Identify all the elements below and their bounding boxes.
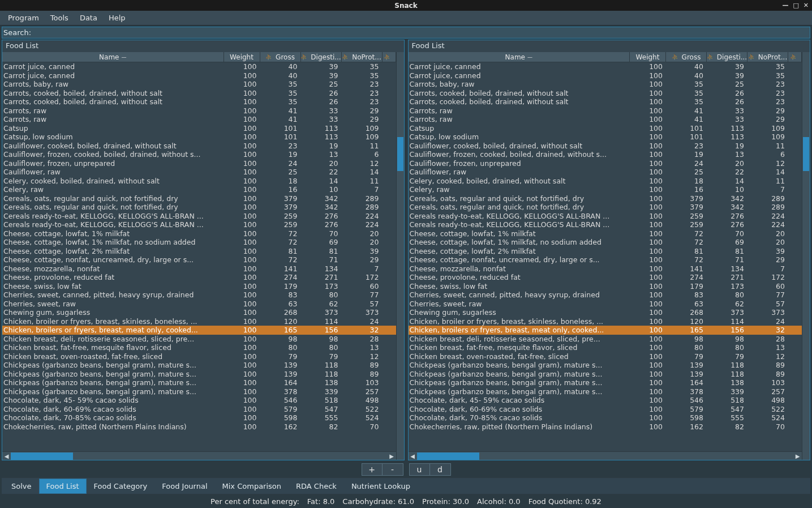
menu-help[interactable]: Help <box>104 12 130 24</box>
table-row[interactable]: Cheese, cottage, lowfat, 1% milkfat, no … <box>2 238 396 247</box>
vertical-scrollbar[interactable] <box>396 52 404 460</box>
table-row[interactable]: Chicken, broiler or fryers, breast, skin… <box>2 317 396 326</box>
tab-food-category[interactable]: Food Category <box>87 479 155 494</box>
table-row[interactable]: Chickpeas (garbanzo beans, bengal gram),… <box>409 387 802 396</box>
table-row[interactable]: Chocolate, dark, 70-85% cacao solids1005… <box>409 413 802 422</box>
maximize-button[interactable]: □ <box>793 2 798 9</box>
table-row[interactable]: Chickpeas (garbanzo beans, bengal gram),… <box>2 378 396 387</box>
hscroll-thumb[interactable] <box>417 452 479 460</box>
table-row[interactable]: Cauliflower, raw100252214 <box>409 168 802 177</box>
table-row[interactable]: Cheese, provolone, reduced fat1002742711… <box>409 273 802 282</box>
table-row[interactable]: Cereals ready-to-eat, KELLOGG, KELLOGG'S… <box>2 212 396 221</box>
table-row[interactable]: Catsup, low sodium100101113109 <box>409 133 802 142</box>
tab-food-journal[interactable]: Food Journal <box>154 479 214 494</box>
table-row[interactable]: Cauliflower, frozen, unprepared100242012 <box>2 159 396 168</box>
table-row[interactable]: Chocolate, dark, 60-69% cacao solids1005… <box>2 405 396 414</box>
table-row[interactable]: Chocolate, dark, 45- 59% cacao solids100… <box>2 396 396 405</box>
menu-program[interactable]: Program <box>3 12 44 24</box>
table-row[interactable]: Chokecherries, raw, pitted (Northern Pla… <box>409 422 802 432</box>
table-row[interactable]: Cherries, sweet, canned, pitted, heavy s… <box>409 291 802 300</box>
horizontal-scrollbar[interactable]: ◀▶ <box>409 451 802 460</box>
table-row[interactable]: Cheese, swiss, low fat10017917360 <box>2 282 396 291</box>
table-row[interactable]: Chickpeas (garbanzo beans, bengal gram),… <box>409 378 802 387</box>
close-button[interactable]: ✕ <box>804 2 809 9</box>
table-row[interactable]: Chicken breast, deli, rotisserie seasone… <box>409 335 802 344</box>
table-row[interactable]: Cheese, cottage, lowfat, 2% milkfat10081… <box>2 247 396 256</box>
table-row[interactable]: Cereals ready-to-eat, KELLOGG, KELLOGG'S… <box>409 220 802 229</box>
table-row[interactable]: Carrots, raw100413329 <box>2 115 396 124</box>
table-row[interactable]: Catsup100101113109 <box>2 124 396 133</box>
table-row[interactable]: Cheese, cottage, nonfat, uncreamed, dry,… <box>2 255 396 264</box>
table-row[interactable]: Celery, cooked, boiled, drained, without… <box>409 177 802 186</box>
table-row[interactable]: Catsup, low sodium100101113109 <box>2 133 396 142</box>
scroll-left-icon[interactable]: ◀ <box>409 452 417 460</box>
search-input[interactable] <box>33 28 810 37</box>
tab-nutrient-lookup[interactable]: Nutrient Lookup <box>344 479 418 494</box>
table-row[interactable]: Cauliflower, frozen, cooked, boiled, dra… <box>2 150 396 159</box>
table-row[interactable]: Cheese, cottage, lowfat, 1% milkfat, no … <box>409 238 802 247</box>
table-row[interactable]: Carrot juice, canned100403935 <box>2 62 396 71</box>
table-row[interactable]: Carrot juice, canned100403935 <box>409 71 802 80</box>
tab-solve[interactable]: Solve <box>4 479 39 494</box>
col-digest-header[interactable]: Digesti... <box>707 52 747 62</box>
add-button[interactable]: + <box>362 464 383 475</box>
table-row[interactable]: Carrots, baby, raw100352523 <box>2 80 396 89</box>
table-row[interactable]: Celery, raw10016107 <box>409 185 802 194</box>
col-extra-header[interactable] <box>383 52 396 62</box>
table-row[interactable]: Carrots, cooked, boiled, drained, withou… <box>2 89 396 98</box>
table-row[interactable]: Cereals, oats, regular and quick, not fo… <box>409 194 802 203</box>
tab-mix-comparison[interactable]: Mix Comparison <box>215 479 289 494</box>
table-row[interactable]: Chicken, broilers or fryers, breast, mea… <box>2 326 396 335</box>
menu-data[interactable]: Data <box>75 12 102 24</box>
table-row[interactable]: Carrots, cooked, boiled, drained, withou… <box>409 97 802 106</box>
table-row[interactable]: Cereals, oats, regular and quick, not fo… <box>409 203 802 212</box>
table-row[interactable]: Chocolate, dark, 70-85% cacao solids1005… <box>2 413 396 422</box>
table-row[interactable]: Cheese, cottage, lowfat, 1% milkfat10072… <box>2 229 396 238</box>
scroll-right-icon[interactable]: ▶ <box>793 452 802 460</box>
table-row[interactable]: Chicken breast, deli, rotisserie seasone… <box>2 335 396 344</box>
table-row[interactable]: Chewing gum, sugarless100268373373 <box>409 308 802 317</box>
remove-button[interactable]: - <box>383 464 403 475</box>
table-row[interactable]: Chocolate, dark, 45- 59% cacao solids100… <box>409 396 802 405</box>
vscroll-thumb[interactable] <box>397 137 403 171</box>
down-button[interactable]: d <box>430 464 450 475</box>
table-row[interactable]: Carrots, raw100413329 <box>409 115 802 124</box>
table-row[interactable]: Cauliflower, raw100252214 <box>2 168 396 177</box>
table-row[interactable]: Cauliflower, frozen, cooked, boiled, dra… <box>409 150 802 159</box>
col-gross-header[interactable]: Gross <box>260 52 301 62</box>
table-row[interactable]: Chickpeas (garbanzo beans, bengal gram),… <box>2 370 396 379</box>
table-row[interactable]: Chokecherries, raw, pitted (Northern Pla… <box>2 422 396 432</box>
table-row[interactable]: Chickpeas (garbanzo beans, bengal gram),… <box>2 387 396 396</box>
table-row[interactable]: Cheese, provolone, reduced fat1002742711… <box>2 273 396 282</box>
table-row[interactable]: Cheese, cottage, lowfat, 2% milkfat10081… <box>409 247 802 256</box>
table-row[interactable]: Carrot juice, canned100403935 <box>409 62 802 71</box>
table-row[interactable]: Cherries, sweet, canned, pitted, heavy s… <box>2 291 396 300</box>
table-row[interactable]: Cheese, mozzarella, nonfat1001411347 <box>409 264 802 274</box>
table-row[interactable]: Chickpeas (garbanzo beans, bengal gram),… <box>409 370 802 379</box>
table-row[interactable]: Celery, cooked, boiled, drained, without… <box>2 177 396 186</box>
table-row[interactable]: Cheese, mozzarella, nonfat1001411347 <box>2 264 396 274</box>
vscroll-thumb[interactable] <box>803 137 809 171</box>
col-name-header[interactable]: Name— <box>409 52 630 62</box>
table-row[interactable]: Cereals ready-to-eat, KELLOGG, KELLOGG'S… <box>2 220 396 229</box>
scroll-right-icon[interactable]: ▶ <box>388 452 396 460</box>
table-row[interactable]: Carrots, baby, raw100352523 <box>409 80 802 89</box>
menu-tools[interactable]: Tools <box>46 12 73 24</box>
table-row[interactable]: Chicken breast, oven-roasted, fat-free, … <box>409 352 802 361</box>
up-button[interactable]: u <box>410 464 430 475</box>
table-row[interactable]: Carrots, cooked, boiled, drained, withou… <box>409 89 802 98</box>
table-row[interactable]: Carrots, raw100413329 <box>409 106 802 116</box>
minimize-button[interactable]: — <box>782 2 788 9</box>
table-row[interactable]: Carrots, raw100413329 <box>2 106 396 116</box>
table-row[interactable]: Chicken breast, fat-free, mesquite flavo… <box>2 343 396 352</box>
col-weight-header[interactable]: Weight <box>630 52 666 62</box>
table-row[interactable]: Cheese, swiss, low fat10017917360 <box>409 282 802 291</box>
col-extra-header[interactable] <box>788 52 802 62</box>
table-row[interactable]: Cherries, sweet, raw100636257 <box>409 300 802 309</box>
scroll-left-icon[interactable]: ◀ <box>2 452 11 460</box>
table-row[interactable]: Cauliflower, frozen, unprepared100242012 <box>409 159 802 168</box>
table-row[interactable]: Carrots, cooked, boiled, drained, withou… <box>2 97 396 106</box>
horizontal-scrollbar[interactable]: ◀▶ <box>2 451 396 460</box>
table-row[interactable]: Cheese, cottage, nonfat, uncreamed, dry,… <box>409 255 802 264</box>
hscroll-thumb[interactable] <box>11 452 73 460</box>
